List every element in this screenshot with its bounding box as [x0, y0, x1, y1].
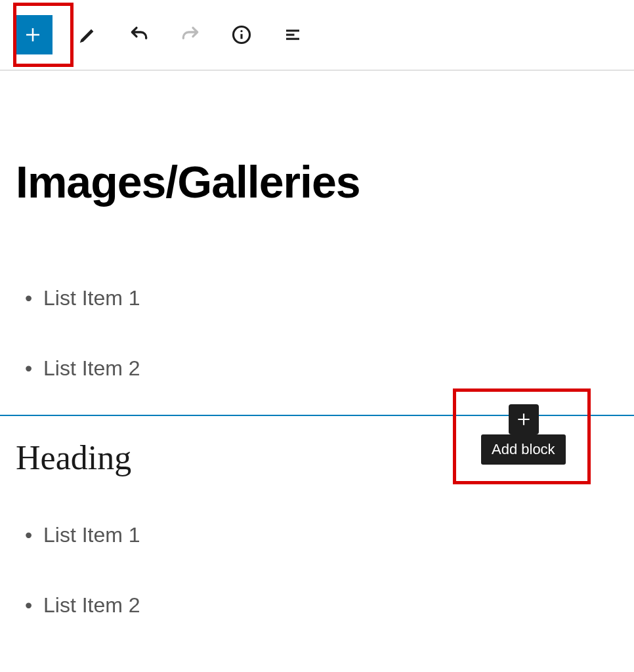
svg-point-2 [240, 30, 242, 32]
list-item[interactable]: List Item 2 [25, 356, 618, 381]
add-block-button[interactable] [509, 404, 539, 434]
info-icon [232, 25, 251, 45]
add-block-tooltip: Add block [481, 434, 566, 465]
redo-button[interactable] [175, 19, 206, 51]
list-block-2[interactable]: List Item 1 List Item 2 [16, 523, 618, 618]
editor-toolbar [0, 0, 634, 71]
editor-content: Images/Galleries List Item 1 List Item 2… [0, 71, 634, 618]
pencil-icon [78, 25, 98, 45]
list-block-1[interactable]: List Item 1 List Item 2 [16, 286, 618, 381]
list-view-icon [283, 25, 303, 45]
plus-icon [515, 411, 532, 428]
list-item[interactable]: List Item 2 [25, 593, 618, 618]
plus-icon [23, 25, 43, 45]
list-item[interactable]: List Item 1 [25, 523, 618, 547]
info-button[interactable] [226, 19, 257, 51]
undo-button[interactable] [123, 19, 155, 51]
edit-mode-button[interactable] [72, 19, 104, 51]
page-title[interactable]: Images/Galleries [16, 156, 618, 207]
outline-button[interactable] [277, 19, 308, 51]
add-block-toolbar-button[interactable] [13, 15, 53, 54]
list-item[interactable]: List Item 1 [25, 286, 618, 310]
redo-icon [180, 24, 201, 45]
undo-icon [129, 24, 150, 45]
add-block-inserter: Add block [457, 399, 594, 495]
